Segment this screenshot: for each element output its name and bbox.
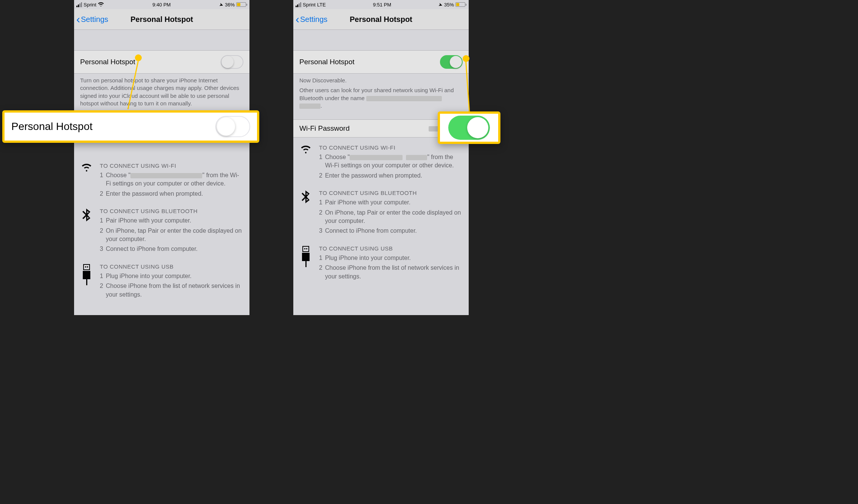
nav-bar: ‹ Settings Personal Hotspot xyxy=(293,9,469,30)
back-label: Settings xyxy=(300,15,327,24)
bluetooth-icon xyxy=(299,190,312,237)
battery-percent: 35% xyxy=(444,2,454,8)
usb-icon xyxy=(80,263,93,300)
wifi-step-1: Choose "" from the Wi-Fi settings on you… xyxy=(106,171,243,188)
back-button[interactable]: ‹ Settings xyxy=(74,14,108,25)
wifi-icon xyxy=(299,144,312,181)
connect-bluetooth-section: TO CONNECT USING BLUETOOTH 1Pair iPhone … xyxy=(293,183,469,238)
hotspot-off-description: Turn on personal hotspot to share your i… xyxy=(74,74,249,110)
connect-wifi-section: TO CONNECT USING WI-FI 1Choose " " from … xyxy=(293,138,469,183)
clock: 9:40 PM xyxy=(152,2,170,8)
callout-hotspot-toggle-on xyxy=(438,111,500,144)
battery-icon xyxy=(455,2,466,7)
connect-bluetooth-section: TO CONNECT USING BLUETOOTH 1Pair iPhone … xyxy=(74,201,249,257)
signal-icon xyxy=(76,2,82,7)
usb-heading: TO CONNECT USING USB xyxy=(319,245,463,252)
carrier-label: Sprint xyxy=(303,2,316,8)
screenshot-left: Sprint 9:40 PM ➤ 36% ‹ Settings Personal… xyxy=(74,0,249,315)
wifi-icon xyxy=(80,162,93,199)
usb-icon xyxy=(299,245,312,282)
row-label: Personal Hotspot xyxy=(299,58,355,66)
connect-usb-section: TO CONNECT USING USB 1Plug iPhone into y… xyxy=(74,257,249,302)
usb-step-2: Choose iPhone from the list of network s… xyxy=(106,282,243,299)
status-bar: Sprint 9:40 PM ➤ 36% xyxy=(74,0,249,9)
callout-toggle-off xyxy=(215,116,250,137)
connect-usb-section: TO CONNECT USING USB 1Plug iPhone into y… xyxy=(293,238,469,284)
discoverable-body: Other users can look for your shared net… xyxy=(299,87,463,110)
personal-hotspot-row[interactable]: Personal Hotspot xyxy=(74,50,249,74)
usb-step-1: Plug iPhone into your computer. xyxy=(106,272,192,280)
wifi-heading: TO CONNECT USING WI-FI xyxy=(100,162,243,169)
signal-icon xyxy=(296,2,301,7)
usb-step-2: Choose iPhone from the list of network s… xyxy=(325,264,463,281)
back-button[interactable]: ‹ Settings xyxy=(293,14,327,25)
bluetooth-icon xyxy=(80,208,93,255)
location-icon: ➤ xyxy=(438,1,443,8)
wifi-step-1: Choose " " from the Wi-Fi settings on yo… xyxy=(325,153,463,170)
discoverable-title: Now Discoverable. xyxy=(299,77,463,84)
screenshot-right: Sprint LTE 9:51 PM ➤ 35% ‹ Settings Pers… xyxy=(293,0,469,315)
bt-heading: TO CONNECT USING BLUETOOTH xyxy=(319,190,463,196)
wifi-icon xyxy=(98,2,104,8)
clock: 9:51 PM xyxy=(373,2,391,8)
hotspot-toggle[interactable] xyxy=(440,55,463,69)
bt-step-2: On iPhone, tap Pair or enter the code di… xyxy=(106,227,243,244)
row-label: Personal Hotspot xyxy=(80,58,135,66)
chevron-left-icon: ‹ xyxy=(296,14,299,25)
hotspot-toggle[interactable] xyxy=(221,55,243,69)
network-type: LTE xyxy=(317,2,326,8)
callout-label: Personal Hotspot xyxy=(11,121,93,133)
bt-heading: TO CONNECT USING BLUETOOTH xyxy=(100,208,243,214)
callout-hotspot-toggle-off: Personal Hotspot xyxy=(2,110,259,143)
callout-toggle-on xyxy=(448,116,490,140)
usb-step-1: Plug iPhone into your computer. xyxy=(325,254,411,262)
back-label: Settings xyxy=(81,15,108,24)
wifi-step-2: Enter the password when prompted. xyxy=(106,190,203,198)
chevron-left-icon: ‹ xyxy=(76,14,80,25)
carrier-label: Sprint xyxy=(84,2,96,8)
discoverable-text: Now Discoverable. Other users can look f… xyxy=(293,74,469,113)
row-label: Wi-Fi Password xyxy=(299,124,350,133)
usb-heading: TO CONNECT USING USB xyxy=(100,263,243,270)
bt-step-1: Pair iPhone with your computer. xyxy=(106,216,191,225)
bt-step-3: Connect to iPhone from computer. xyxy=(106,245,198,253)
annotation-dot xyxy=(135,54,142,61)
wifi-heading: TO CONNECT USING WI-FI xyxy=(319,144,463,151)
wifi-step-2: Enter the password when prompted. xyxy=(325,172,422,180)
battery-icon xyxy=(236,2,247,7)
battery-percent: 36% xyxy=(225,2,235,8)
bt-step-2: On iPhone, tap Pair or enter the code di… xyxy=(325,209,463,226)
location-icon: ➤ xyxy=(218,1,224,8)
bt-step-3: Connect to iPhone from computer. xyxy=(325,227,417,235)
personal-hotspot-row[interactable]: Personal Hotspot xyxy=(293,50,469,74)
nav-bar: ‹ Settings Personal Hotspot xyxy=(74,9,249,30)
connect-wifi-section: TO CONNECT USING WI-FI 1Choose "" from t… xyxy=(74,156,249,201)
status-bar: Sprint LTE 9:51 PM ➤ 35% xyxy=(293,0,469,9)
bt-step-1: Pair iPhone with your computer. xyxy=(325,198,410,207)
